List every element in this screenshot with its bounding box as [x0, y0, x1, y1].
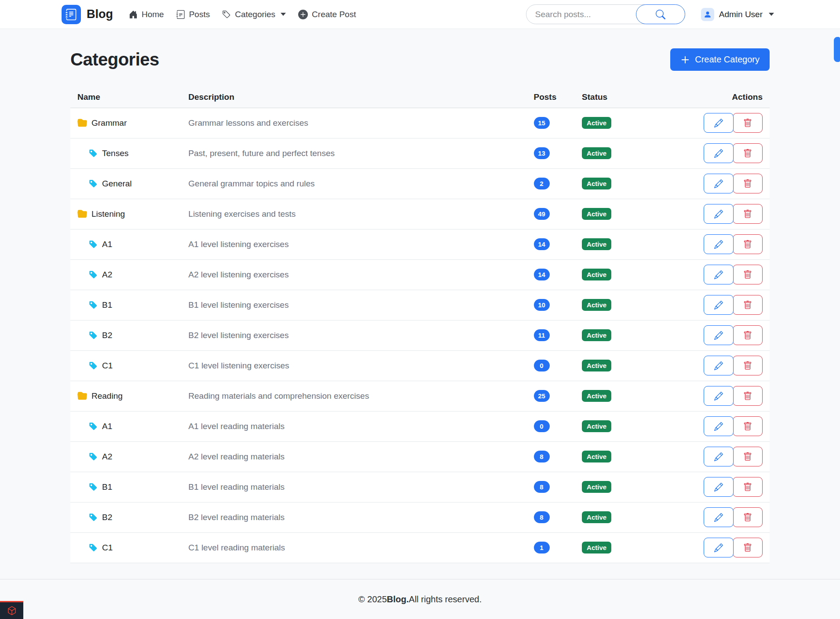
scrollbar-thumb[interactable] [834, 37, 840, 62]
edit-button[interactable] [704, 113, 734, 133]
edit-button[interactable] [704, 325, 734, 345]
copyright-prefix: © 2025 [358, 594, 387, 604]
status-badge: Active [582, 299, 611, 311]
search-button[interactable] [636, 4, 685, 24]
trash-icon [743, 119, 752, 127]
category-name-label: A1 [102, 240, 112, 249]
main-content: Categories Create Category Name Descript… [0, 29, 840, 579]
delete-button[interactable] [733, 386, 763, 406]
edit-button[interactable] [704, 416, 734, 436]
table-row: Listening Listening exercises and tests … [70, 199, 770, 229]
edit-button[interactable] [704, 447, 734, 466]
pencil-icon [714, 392, 723, 401]
laravel-icon [6, 604, 18, 617]
posts-count-badge: 49 [534, 208, 550, 220]
delete-button[interactable] [733, 113, 763, 133]
debugbar-toggle[interactable] [0, 601, 23, 619]
posts-count-badge: 8 [534, 481, 550, 493]
edit-button[interactable] [704, 386, 734, 406]
delete-button[interactable] [733, 325, 763, 345]
delete-button[interactable] [733, 204, 763, 224]
home-icon [129, 10, 138, 19]
category-name-label: Listening [91, 209, 125, 219]
pencil-icon [714, 513, 723, 522]
edit-button[interactable] [704, 234, 734, 254]
tag-icon [89, 179, 98, 188]
trash-icon [743, 270, 752, 279]
delete-button[interactable] [733, 416, 763, 436]
edit-button[interactable] [704, 265, 734, 284]
nav-item-label: Home [142, 10, 164, 19]
user-menu[interactable]: Admin User [701, 8, 774, 21]
plus-icon [680, 55, 690, 65]
actions-group [704, 234, 763, 254]
edit-button[interactable] [704, 143, 734, 163]
delete-button[interactable] [733, 477, 763, 497]
search-icon [656, 10, 665, 19]
status-badge: Active [582, 451, 611, 462]
nav-links: Home Posts Categories Create Post [129, 10, 356, 19]
status-badge: Active [582, 511, 611, 523]
edit-button[interactable] [704, 356, 734, 375]
table-row: Reading Reading materials and comprehens… [70, 381, 770, 411]
delete-button[interactable] [733, 356, 763, 375]
pencil-icon [714, 179, 723, 188]
table-row: General General grammar topics and rules… [70, 168, 770, 199]
delete-button[interactable] [733, 174, 763, 193]
delete-button[interactable] [733, 265, 763, 284]
create-category-label: Create Category [695, 55, 760, 65]
pencil-icon [714, 301, 723, 310]
actions-group [704, 265, 763, 284]
category-name-label: C1 [102, 543, 113, 553]
posts-count-badge: 14 [534, 269, 550, 280]
nav-item-categories[interactable]: Categories [222, 10, 286, 19]
column-header-description: Description [181, 87, 526, 108]
actions-group [704, 507, 763, 527]
category-description: C1 level reading materials [181, 532, 526, 563]
pencil-icon [714, 210, 723, 218]
category-description: Listening exercises and tests [181, 199, 526, 229]
column-header-status: Status [575, 87, 697, 108]
search-group [526, 4, 685, 24]
column-header-posts: Posts [527, 87, 575, 108]
trash-icon [743, 361, 752, 370]
nav-item-create-post[interactable]: Create Post [298, 10, 356, 19]
category-description: Reading materials and comprehension exer… [181, 381, 526, 411]
posts-count-badge: 8 [534, 451, 550, 462]
pencil-icon [714, 483, 723, 492]
copyright-text: © 2025Blog.All rights reserved. [358, 594, 482, 604]
category-description: A1 level reading materials [181, 411, 526, 441]
delete-button[interactable] [733, 143, 763, 163]
avatar [701, 8, 714, 21]
trash-icon [743, 301, 752, 310]
edit-button[interactable] [704, 538, 734, 557]
table-row: B1 B1 level listening exercises 10 Activ… [70, 290, 770, 320]
edit-button[interactable] [704, 174, 734, 193]
category-description: A2 level listening exercises [181, 259, 526, 290]
footer-brand: Blog. [387, 594, 409, 604]
edit-button[interactable] [704, 295, 734, 315]
delete-button[interactable] [733, 295, 763, 315]
table-row: Tenses Past, present, future and perfect… [70, 138, 770, 168]
delete-button[interactable] [733, 538, 763, 557]
category-name-label: B2 [102, 331, 112, 340]
actions-group [704, 143, 763, 163]
nav-item-home[interactable]: Home [129, 10, 164, 19]
create-category-button[interactable]: Create Category [670, 48, 770, 71]
status-badge: Active [582, 481, 611, 493]
delete-button[interactable] [733, 507, 763, 527]
edit-button[interactable] [704, 507, 734, 527]
edit-button[interactable] [704, 477, 734, 497]
nav-item-posts[interactable]: Posts [176, 10, 210, 19]
delete-button[interactable] [733, 447, 763, 466]
brand[interactable]: Blog [62, 5, 113, 24]
trash-icon [743, 513, 752, 522]
table-row: A2 A2 level listening exercises 14 Activ… [70, 259, 770, 290]
brand-name: Blog [87, 7, 113, 21]
delete-button[interactable] [733, 234, 763, 254]
category-name-label: C1 [102, 361, 113, 371]
trash-icon [743, 452, 752, 461]
category-description: General grammar topics and rules [181, 168, 526, 199]
page-title: Categories [70, 50, 159, 69]
edit-button[interactable] [704, 204, 734, 224]
